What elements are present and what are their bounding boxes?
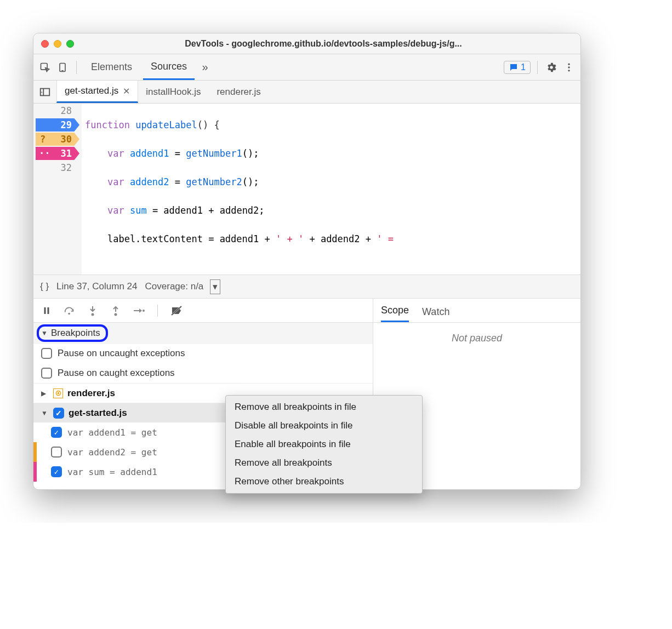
step-icon[interactable] — [132, 304, 145, 317]
tab-scope[interactable]: Scope — [381, 305, 409, 322]
checkbox-icon[interactable] — [53, 408, 64, 419]
checkbox-icon[interactable] — [51, 427, 62, 438]
line-number: 28 — [61, 105, 72, 116]
right-tabs: Scope Watch — [373, 299, 580, 323]
breakpoint-line-text: var sum = addend1 — [67, 467, 157, 477]
svg-point-12 — [115, 313, 117, 316]
breakpoints-header-label: Breakpoints — [51, 328, 100, 339]
file-tab-label: renderer.js — [217, 87, 260, 98]
deactivate-breakpoints-icon[interactable] — [170, 304, 183, 317]
ctx-disable-all-in-file[interactable]: Disable all breakpoints in file — [226, 416, 422, 435]
breakpoints-header-highlight: ▼ Breakpoints — [37, 324, 108, 342]
step-out-icon[interactable] — [109, 304, 122, 317]
chevron-down-icon: ▼ — [41, 329, 48, 337]
file-tab-label: get-started.js — [65, 85, 118, 96]
svg-point-13 — [143, 310, 145, 312]
file-tabbar: get-started.js ✕ installHook.js renderer… — [33, 81, 580, 104]
line-number: 32 — [61, 162, 72, 173]
ctx-enable-all-in-file[interactable]: Enable all breakpoints in file — [226, 435, 422, 454]
coverage-label: Coverage: n/a — [145, 281, 204, 292]
step-into-icon[interactable] — [86, 304, 99, 317]
coverage-dropdown-icon[interactable]: ▾ — [210, 279, 220, 294]
pause-uncaught-row[interactable]: Pause on uncaught exceptions — [33, 344, 373, 363]
pause-uncaught-label: Pause on uncaught exceptions — [58, 348, 185, 359]
tab-watch[interactable]: Watch — [422, 306, 449, 322]
logpoint-indicator — [33, 462, 37, 482]
tab-sources[interactable]: Sources — [143, 54, 195, 80]
chevron-right-icon: ▶ — [41, 390, 49, 397]
feedback-button[interactable]: 1 — [504, 61, 531, 74]
logpoint-marker[interactable]: ··31 — [36, 147, 79, 160]
format-icon[interactable]: { } — [40, 281, 49, 292]
divider — [537, 61, 538, 74]
not-paused-message: Not paused — [373, 323, 580, 354]
gutter: 28 29 ?30 ··31 32 — [33, 104, 82, 275]
file-tab-renderer[interactable]: renderer.js — [209, 81, 269, 103]
maximize-window-icon[interactable] — [66, 40, 74, 48]
ctx-remove-all-in-file[interactable]: Remove all breakpoints in file — [226, 398, 422, 416]
minimize-window-icon[interactable] — [54, 40, 61, 48]
tab-elements[interactable]: Elements — [83, 54, 140, 80]
svg-point-4 — [568, 66, 570, 68]
breakpoints-section-header[interactable]: ▼ Breakpoints — [33, 323, 373, 344]
conditional-breakpoint-marker[interactable]: ?30 — [36, 133, 79, 146]
devtools-window: DevTools - googlechrome.github.io/devtoo… — [33, 33, 581, 490]
svg-point-3 — [568, 63, 570, 65]
breakpoint-file-label: renderer.js — [67, 388, 115, 399]
conditional-indicator — [33, 442, 37, 462]
checkbox-icon[interactable] — [41, 368, 52, 379]
breakpoint-marker[interactable]: 29 — [36, 118, 79, 131]
svg-rect-8 — [44, 307, 46, 314]
inspect-element-icon[interactable] — [38, 60, 52, 75]
device-toolbar-icon[interactable] — [55, 60, 70, 75]
svg-point-5 — [568, 70, 570, 71]
svg-rect-9 — [48, 307, 49, 314]
debug-toolbar — [33, 299, 373, 323]
pause-icon[interactable] — [40, 304, 53, 317]
window-controls — [41, 40, 74, 48]
svg-point-10 — [68, 312, 70, 314]
divider — [76, 61, 77, 74]
close-icon[interactable]: ✕ — [123, 86, 130, 96]
file-tab-installhook[interactable]: installHook.js — [138, 81, 209, 103]
checkbox-icon[interactable] — [51, 466, 62, 477]
navigator-toggle-icon[interactable] — [33, 86, 56, 98]
titlebar: DevTools - googlechrome.github.io/devtoo… — [33, 33, 580, 54]
svg-rect-0 — [41, 63, 48, 70]
feedback-count: 1 — [521, 62, 526, 72]
checkbox-icon[interactable] — [41, 348, 52, 359]
breakpoint-file-label: get-started.js — [69, 408, 127, 419]
ctx-remove-all[interactable]: Remove all breakpoints — [226, 454, 422, 472]
step-over-icon[interactable] — [63, 304, 76, 317]
checkbox-icon[interactable] — [51, 447, 62, 458]
js-file-icon: ⦿ — [53, 388, 63, 398]
code-body[interactable]: function updateLabel() { var addend1 = g… — [82, 104, 580, 275]
settings-icon[interactable] — [544, 60, 559, 75]
devtools-tabbar: Elements Sources » 1 — [33, 54, 580, 81]
code-editor[interactable]: 28 29 ?30 ··31 32 function updateLabel()… — [33, 104, 580, 275]
pause-caught-label: Pause on caught exceptions — [58, 368, 175, 379]
kebab-menu-icon[interactable] — [562, 60, 576, 75]
breakpoint-line-text: var addend1 = get — [67, 427, 157, 438]
cursor-position: Line 37, Column 24 — [56, 281, 137, 292]
ctx-remove-other[interactable]: Remove other breakpoints — [226, 472, 422, 491]
chevron-down-icon: ▼ — [41, 409, 49, 417]
breakpoints-context-menu: Remove all breakpoints in file Disable a… — [225, 395, 423, 494]
more-tabs-icon[interactable]: » — [198, 60, 212, 75]
file-tab-get-started[interactable]: get-started.js ✕ — [56, 81, 138, 103]
close-window-icon[interactable] — [41, 40, 49, 48]
pause-caught-row[interactable]: Pause on caught exceptions — [33, 363, 373, 383]
svg-point-11 — [92, 313, 94, 316]
file-tab-label: installHook.js — [146, 87, 201, 98]
window-title: DevTools - googlechrome.github.io/devtoo… — [74, 39, 573, 49]
editor-statusbar: { } Line 37, Column 24 Coverage: n/a ▾ — [33, 275, 580, 299]
breakpoint-line-text: var addend2 = get — [67, 447, 157, 458]
